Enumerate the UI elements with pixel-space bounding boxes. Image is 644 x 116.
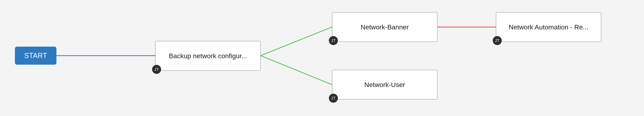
node-type-badge: JT — [152, 65, 161, 74]
job-node-banner[interactable]: Network-Banner JT — [332, 12, 438, 42]
job-node-label: Network-User — [364, 81, 405, 88]
job-node-user[interactable]: Network-User JT — [332, 70, 438, 100]
node-type-badge: JT — [329, 36, 338, 45]
start-node[interactable]: START — [15, 47, 56, 65]
node-type-badge: JT — [493, 36, 502, 45]
job-node-label: Network-Banner — [360, 23, 409, 31]
job-node-backup[interactable]: Backup network configur... JT — [155, 41, 261, 71]
job-node-label: Backup network configur... — [169, 52, 247, 60]
node-type-badge: JT — [329, 94, 338, 103]
job-node-label: Network Automation - Re... — [509, 23, 588, 31]
job-node-automation[interactable]: Network Automation - Re... JT — [496, 12, 601, 42]
workflow-canvas: START Backup network configur... JT Netw… — [0, 0, 644, 116]
connector-line — [261, 27, 332, 56]
start-node-label: START — [24, 52, 47, 60]
connector-line — [261, 56, 332, 85]
